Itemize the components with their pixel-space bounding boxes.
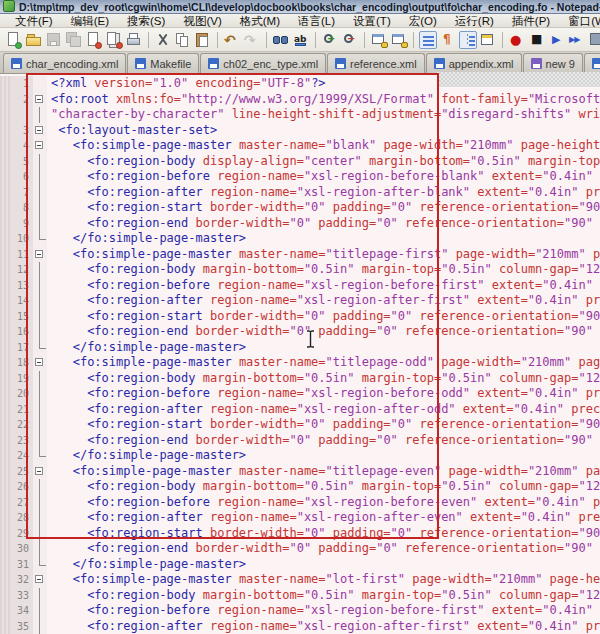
code-line[interactable]: 29 <fo:region-start border-width="0" pad… (0, 526, 600, 542)
code-text: </fo:simple-page-master> (47, 340, 600, 356)
macro-save-icon[interactable] (588, 31, 600, 49)
code-line[interactable]: 19 <fo:region-body margin-bottom="0.5in"… (0, 371, 600, 387)
line-number: 25 (10, 464, 33, 480)
menu-item-0[interactable]: 文件(F) (6, 14, 62, 28)
code-line[interactable]: 13 <fo:region-before region-name="xsl-re… (0, 278, 600, 294)
editor-area[interactable]: 1<?xml version="1.0" encoding="UTF-8"?>2… (0, 74, 600, 634)
menu-item-10[interactable]: 窗口(W) (559, 14, 600, 28)
zoom-out-icon[interactable] (341, 31, 359, 49)
code-line[interactable]: 23 <fo:region-end border-width="0" paddi… (0, 433, 600, 449)
fold-collapse-icon[interactable] (33, 464, 47, 480)
macro-record-icon[interactable] (508, 31, 526, 49)
code-line[interactable]: 18 <fo:simple-page-master master-name="t… (0, 355, 600, 371)
code-line[interactable]: 25 <fo:simple-page-master master-name="t… (0, 464, 600, 480)
user-defined-dialog-icon[interactable] (479, 31, 497, 49)
code-line[interactable]: 26 <fo:region-body margin-bottom="0.5in"… (0, 479, 600, 495)
code-line[interactable]: 35 <fo:region-after region-name="xsl-reg… (0, 619, 600, 634)
close-icon[interactable] (85, 31, 103, 49)
code-line[interactable]: 9 <fo:region-end border-width="0" paddin… (0, 216, 600, 232)
fold-collapse-icon[interactable] (33, 572, 47, 588)
fold-collapse-icon[interactable] (33, 123, 47, 139)
code-line[interactable]: 15 <fo:region-start border-width="0" pad… (0, 309, 600, 325)
code-line[interactable]: 34 <fo:region-before region-name="xsl-re… (0, 603, 600, 619)
show-all-characters-icon[interactable] (439, 31, 457, 49)
close-all-icon[interactable] (105, 31, 123, 49)
tab-appendix-xml[interactable]: appendix.xml (426, 53, 522, 73)
tab-Makefile[interactable]: Makefile (127, 53, 199, 73)
code-line[interactable]: 7 <fo:region-after region-name="xsl-regi… (0, 185, 600, 201)
line-number: 6 (10, 169, 33, 185)
tab-reference-xml[interactable]: reference.xml (327, 53, 425, 73)
bookmark-margin (0, 340, 10, 356)
word-wrap-icon[interactable] (419, 31, 437, 49)
code-line[interactable]: 31 </fo:simple-page-master> (0, 557, 600, 573)
sync-horizontal-icon[interactable] (390, 31, 408, 49)
code-line[interactable]: 14 <fo:region-after region-name="xsl-reg… (0, 293, 600, 309)
code-line[interactable]: 8 <fo:region-start border-width="0" padd… (0, 200, 600, 216)
code-line[interactable]: 30 <fo:region-end border-width="0" paddi… (0, 541, 600, 557)
dither-artifact-band (437, 72, 600, 87)
tab-ch03_faq-xml[interactable]: ch03_faq.xml (584, 53, 600, 73)
code-line[interactable]: 10 </fo:simple-page-master> (0, 231, 600, 247)
menu-item-3[interactable]: 视图(V) (174, 14, 230, 28)
code-line[interactable]: 6 <fo:region-before region-name="xsl-reg… (0, 169, 600, 185)
menu-item-5[interactable]: 语言(L) (289, 14, 344, 28)
macro-stop-icon[interactable] (528, 31, 546, 49)
print-icon[interactable] (125, 31, 143, 49)
code-line[interactable]: 21 <fo:region-after region-name="xsl-reg… (0, 402, 600, 418)
code-line[interactable]: 24 </fo:simple-page-master> (0, 448, 600, 464)
code-line[interactable]: 5 <fo:region-body display-align="center"… (0, 154, 600, 170)
macro-playback-icon[interactable] (548, 31, 566, 49)
tab-ch02_enc_type-xml[interactable]: ch02_enc_type.xml (200, 53, 326, 73)
open-file-icon[interactable] (25, 31, 43, 49)
code-line[interactable]: "character-by-character" line-height-shi… (0, 107, 600, 123)
copy-icon[interactable] (174, 31, 192, 49)
code-line[interactable]: 33 <fo:region-body margin-bottom="0.5in"… (0, 588, 600, 604)
code-line[interactable]: 17 </fo:simple-page-master> (0, 340, 600, 356)
save-icon[interactable] (45, 31, 63, 49)
code-line[interactable]: 2<fo:root xmlns:fo="http://www.w3.org/19… (0, 92, 600, 108)
show-indent-guide-icon[interactable] (459, 31, 477, 49)
fold-margin (33, 154, 47, 170)
undo-icon[interactable] (223, 31, 241, 49)
code-line[interactable]: 11 <fo:simple-page-master master-name="t… (0, 247, 600, 263)
code-line[interactable]: 4 <fo:simple-page-master master-name="bl… (0, 138, 600, 154)
tab-char_encoding-xml[interactable]: char_encoding.xml (3, 53, 126, 73)
tab-new-9[interactable]: new 9 (523, 53, 583, 73)
paste-icon[interactable] (194, 31, 212, 49)
code-line[interactable]: 32 <fo:simple-page-master master-name="l… (0, 572, 600, 588)
fold-collapse-icon[interactable] (33, 92, 47, 108)
menu-item-6[interactable]: 设置(T) (344, 14, 400, 28)
menu-item-7[interactable]: 宏(O) (400, 14, 446, 28)
code-line[interactable]: 22 <fo:region-start border-width="0" pad… (0, 417, 600, 433)
fold-collapse-icon[interactable] (33, 355, 47, 371)
macro-run-multiple-icon[interactable] (568, 31, 586, 49)
menu-item-2[interactable]: 搜索(S) (118, 14, 174, 28)
cut-icon[interactable] (154, 31, 172, 49)
line-number: 17 (10, 340, 33, 356)
code-line[interactable]: 20 <fo:region-before region-name="xsl-re… (0, 386, 600, 402)
fold-collapse-icon[interactable] (33, 138, 47, 154)
code-line[interactable]: 27 <fo:region-before region-name="xsl-re… (0, 495, 600, 511)
fold-collapse-icon[interactable] (33, 247, 47, 263)
code-line[interactable]: 3 <fo:layout-master-set> (0, 123, 600, 139)
line-number: 34 (10, 603, 33, 619)
fold-margin (33, 557, 47, 573)
zoom-in-icon[interactable] (321, 31, 339, 49)
code-line[interactable]: 16 <fo:region-end border-width="0" paddi… (0, 324, 600, 340)
new-file-icon[interactable] (5, 31, 23, 49)
menu-item-9[interactable]: 插件(P) (503, 14, 559, 28)
line-number: 1 (10, 76, 33, 92)
code-line[interactable]: 28 <fo:region-after region-name="xsl-reg… (0, 510, 600, 526)
replace-icon[interactable] (292, 31, 310, 49)
menu-item-8[interactable]: 运行(R) (446, 14, 503, 28)
code-line[interactable]: 12 <fo:region-body margin-bottom="0.5in"… (0, 262, 600, 278)
menu-item-1[interactable]: 编辑(E) (62, 14, 118, 28)
save-all-icon[interactable] (65, 31, 83, 49)
line-number: 27 (10, 495, 33, 511)
find-icon[interactable] (272, 31, 290, 49)
code-text: <fo:region-body margin-bottom="0.5in" ma… (47, 262, 600, 278)
redo-icon[interactable] (243, 31, 261, 49)
menu-item-4[interactable]: 格式(M) (231, 14, 289, 28)
sync-vertical-icon[interactable] (370, 31, 388, 49)
